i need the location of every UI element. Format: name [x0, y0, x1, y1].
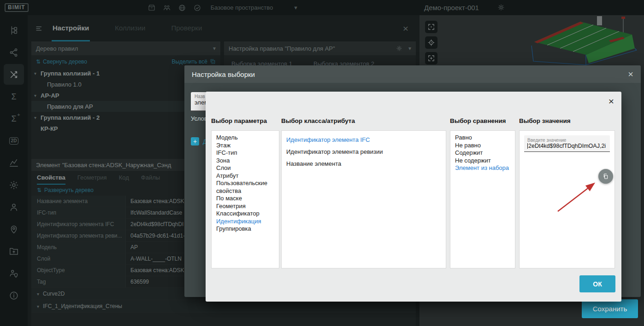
list-item[interactable]: Зона: [212, 157, 279, 165]
list-item[interactable]: Классификатор: [212, 210, 279, 218]
list-item[interactable]: Геометрия: [212, 203, 279, 210]
column-title-value: Выбор значения: [519, 117, 571, 124]
copy-icon: [602, 173, 609, 180]
column-title-comparison: Выбор сравнения: [450, 117, 506, 124]
list-item-selected[interactable]: Идентификация: [212, 218, 279, 226]
list-item[interactable]: Модель: [212, 134, 279, 142]
condition-picker-dialog: × Выбор параметра Выбор класса/атрибута …: [206, 92, 621, 302]
list-item[interactable]: Атрибут: [212, 172, 279, 180]
column-title-parameter: Выбор параметра: [211, 117, 267, 124]
list-item[interactable]: Название элемента: [282, 158, 446, 170]
parameter-list: Модель Этаж IFC-тип Зона Слои Атрибут По…: [211, 130, 279, 268]
column-title-class: Выбор класса/атрибута: [281, 117, 355, 124]
list-item[interactable]: По маске: [212, 195, 279, 203]
close-icon[interactable]: ×: [628, 70, 633, 79]
list-item-selected[interactable]: Элемент из набора: [450, 164, 515, 172]
comparison-list: Равно Не равно Содержит Не содержит Элем…: [450, 130, 515, 268]
list-item[interactable]: Идентификатор элемента ревизии: [282, 146, 446, 158]
close-icon[interactable]: ×: [609, 96, 614, 106]
list-item[interactable]: Этаж: [212, 142, 279, 150]
class-attribute-list: Идентификатор элемента IFC Идентификатор…: [281, 130, 446, 268]
copy-button[interactable]: [598, 169, 613, 184]
save-button[interactable]: Сохранить: [582, 299, 638, 318]
modal-title: Настройка выборки: [192, 70, 255, 78]
list-item[interactable]: Равно: [450, 134, 515, 142]
app-root: BIMIT Базовое пространство ▾ Демо-проект…: [0, 0, 644, 326]
list-item[interactable]: Группировка: [212, 225, 279, 233]
list-item[interactable]: Не равно: [450, 142, 515, 150]
plus-icon: +: [191, 137, 199, 146]
list-item[interactable]: Слои: [212, 164, 279, 172]
conditions-label: Услов: [191, 115, 207, 122]
value-input[interactable]: Введите значение 2eDt4kd$98cfTDqhDImOAJ,…: [524, 135, 610, 152]
add-condition-button[interactable]: + Д: [191, 137, 207, 146]
ok-button[interactable]: ОК: [579, 275, 615, 292]
list-item[interactable]: Содержит: [450, 149, 515, 157]
list-item[interactable]: Не содержит: [450, 157, 515, 165]
list-item-selected[interactable]: Идентификатор элемента IFC: [282, 134, 446, 146]
list-item[interactable]: Пользовательские свойства: [212, 180, 279, 195]
list-item[interactable]: IFC-тип: [212, 149, 279, 157]
text-cursor: [527, 143, 528, 149]
value-panel: Введите значение 2eDt4kd$98cfTDqhDImOAJ,…: [519, 130, 615, 268]
